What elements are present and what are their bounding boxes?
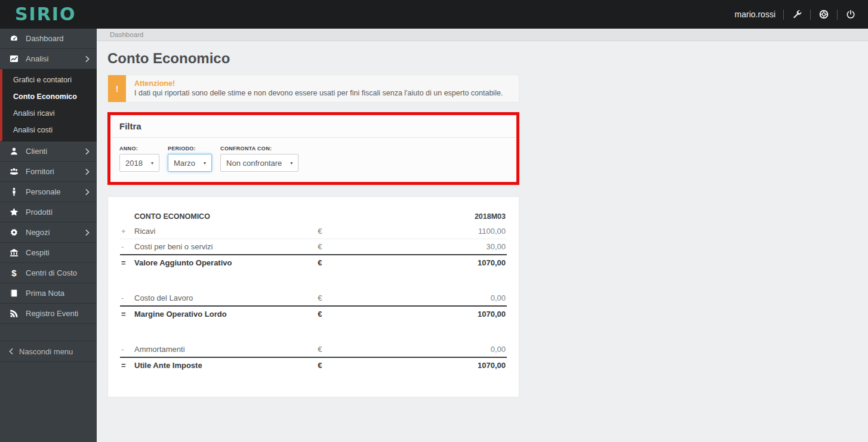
content: Dashboard Conto Economico ! Attenzione! … <box>97 29 868 442</box>
star-icon <box>9 208 19 217</box>
row-label: Margine Operativo Lordo <box>133 306 258 322</box>
sidebar-item-negozi[interactable]: Negozi <box>0 222 97 243</box>
sidebar-item-clienti[interactable]: Clienti <box>0 141 97 162</box>
row-sign: - <box>120 239 133 255</box>
users-icon <box>9 167 19 176</box>
sidebar-item-label: Prima Nota <box>26 289 64 298</box>
sidebar-item-analisi[interactable]: Analisi <box>0 49 97 69</box>
sidebar-item-label: Prodotti <box>26 208 53 217</box>
dollar-icon: $ <box>9 268 19 277</box>
breadcrumb[interactable]: Dashboard <box>110 31 143 38</box>
row-value: 1100,00 <box>382 224 507 239</box>
submenu-item-grafici-e-contatori[interactable]: Grafici e contatori <box>2 72 97 88</box>
row-currency: € <box>258 239 383 255</box>
app-window: SIRIO mario.rossi Dashboard Analisi <box>0 0 868 442</box>
row-label: Utile Ante Imposte <box>133 357 258 373</box>
filter-panel-highlighted: Filtra ANNO: 2018 ▾ PERIODO: Marzo ▾ CON… <box>107 112 519 185</box>
table-row-ricavi: + Ricavi € 1100,00 <box>120 224 507 239</box>
username[interactable]: mario.rossi <box>735 10 775 19</box>
sidebar-item-centri-di-costo[interactable]: $ Centri di Costo <box>0 263 97 283</box>
row-sign: - <box>120 290 133 306</box>
sidebar-item-dashboard[interactable]: Dashboard <box>0 29 97 49</box>
submenu-item-analisi-ricavi[interactable]: Analisi ricavi <box>2 105 97 122</box>
user-icon <box>9 147 19 156</box>
sidebar-item-label: Centri di Costo <box>26 268 77 277</box>
warning-alert: ! Attenzione! I dati qui riportati sono … <box>107 75 519 103</box>
row-value: 0,00 <box>382 342 507 357</box>
chevron-right-icon <box>85 169 90 175</box>
bank-icon <box>9 248 19 257</box>
lifering-icon[interactable] <box>818 9 829 20</box>
filter-title: Filtra <box>119 121 141 131</box>
sirio-logo[interactable]: SIRIO <box>15 5 76 23</box>
submenu-item-analisi-costi[interactable]: Analisi costi <box>2 122 97 138</box>
row-value: 1070,00 <box>382 357 507 373</box>
sidebar-item-fornitori[interactable]: Fornitori <box>0 162 97 182</box>
period-header: 2018M03 <box>258 209 507 224</box>
chevron-left-icon <box>9 347 19 356</box>
alert-title: Attenzione! <box>134 79 503 88</box>
sidebar-item-label: Negozi <box>26 228 50 237</box>
anno-select[interactable]: 2018 ▾ <box>119 154 159 172</box>
sidebar-item-personale[interactable]: Personale <box>0 182 97 202</box>
filter-fields: ANNO: 2018 ▾ PERIODO: Marzo ▾ CONFRONTA … <box>110 138 516 182</box>
caret-down-icon: ▾ <box>204 160 206 166</box>
book-icon <box>9 289 19 298</box>
chevron-right-icon <box>85 56 90 62</box>
gear-icon <box>9 228 19 237</box>
table-row-utile-ante-imposte: = Utile Ante Imposte € 1070,00 <box>120 357 507 373</box>
submenu-item-conto-economico[interactable]: Conto Economico <box>2 88 97 105</box>
alert-body: Attenzione! I dati qui riportati sono de… <box>126 75 511 102</box>
filter-field-label: ANNO: <box>119 146 159 152</box>
row-label: Valore Aggiunto Operativo <box>133 255 258 270</box>
collapse-menu-button[interactable]: Nascondi menu <box>0 341 97 362</box>
sidebar-item-registro-eventi[interactable]: Registro Eventi <box>0 304 97 324</box>
rss-icon <box>9 309 19 318</box>
table-body: + Ricavi € 1100,00 - Costi per beni o se… <box>120 224 507 373</box>
row-label: Ammortamenti <box>133 342 258 357</box>
row-currency: € <box>258 290 383 306</box>
row-currency: € <box>258 224 383 239</box>
sidebar-item-prodotti[interactable]: Prodotti <box>0 202 97 222</box>
filter-header: Filtra <box>110 115 516 138</box>
divider <box>783 10 784 20</box>
sidebar-item-label: Fornitori <box>26 167 54 176</box>
income-statement-panel: CONTO ECONOMICO 2018M03 + Ricavi € 1100,… <box>107 196 519 397</box>
row-value: 1070,00 <box>382 306 507 322</box>
table-row-ammortamenti: - Ammortamenti € 0,00 <box>120 342 507 357</box>
periodo-select[interactable]: Marzo ▾ <box>168 154 212 172</box>
sidebar-item-label: Clienti <box>26 147 47 156</box>
sidebar-spacer <box>0 324 97 341</box>
topbar-right: mario.rossi <box>735 9 856 20</box>
row-currency: € <box>258 342 383 357</box>
exclamation-icon: ! <box>108 75 126 102</box>
power-icon[interactable] <box>845 9 856 20</box>
chevron-right-icon <box>85 189 90 195</box>
sidebar-item-label: Dashboard <box>26 34 64 43</box>
sidebar-item-prima-nota[interactable]: Prima Nota <box>0 283 97 304</box>
row-sign: + <box>120 224 133 239</box>
wrench-icon[interactable] <box>792 9 802 20</box>
row-currency: € <box>258 306 383 322</box>
filter-field-confronta-con: CONFRONTA CON: Non confrontare ▾ <box>220 146 298 172</box>
dashboard-icon <box>9 34 19 43</box>
table-row-valore-aggiunto-operativo: = Valore Aggiunto Operativo € 1070,00 <box>120 255 507 270</box>
row-value: 1070,00 <box>382 255 507 270</box>
main-area: Dashboard Analisi Grafici e contatoriCon… <box>0 29 868 442</box>
row-currency: € <box>258 255 383 270</box>
table-spacer-row <box>120 270 507 290</box>
filter-field-periodo: PERIODO: Marzo ▾ <box>168 146 212 172</box>
sidebar-item-label: Cespiti <box>26 248 50 257</box>
income-statement-table: CONTO ECONOMICO 2018M03 + Ricavi € 1100,… <box>120 209 507 373</box>
table-row-margine-operativo-lordo: = Margine Operativo Lordo € 1070,00 <box>120 306 507 322</box>
row-label: Costo del Lavoro <box>133 290 258 306</box>
sidebar-item-cespiti[interactable]: Cespiti <box>0 243 97 263</box>
confronta-con-select[interactable]: Non confrontare ▾ <box>220 154 298 172</box>
sidebar-submenu: Grafici e contatoriConto EconomicoAnalis… <box>0 69 97 141</box>
panel-column: ! Attenzione! I dati qui riportati sono … <box>97 75 519 397</box>
table-row-costi-per-beni-o-servizi: - Costi per beni o servizi € 30,00 <box>120 239 507 255</box>
divider <box>837 10 838 20</box>
chevron-right-icon <box>85 149 90 154</box>
table-spacer-row <box>120 322 507 342</box>
row-currency: € <box>258 357 383 373</box>
